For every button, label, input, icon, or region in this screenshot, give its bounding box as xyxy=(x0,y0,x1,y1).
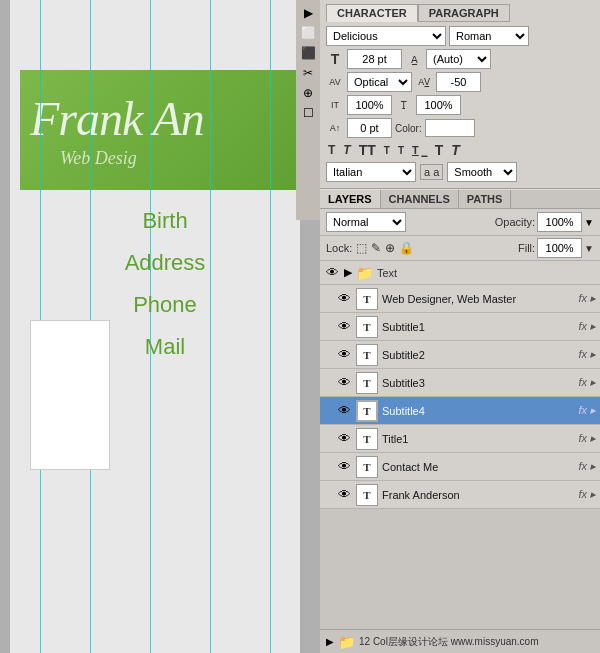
tt-btn-5[interactable]: T xyxy=(396,144,406,157)
font-select[interactable]: Delicious xyxy=(326,26,446,46)
layer-name-2: Subtitle2 xyxy=(382,349,574,361)
group-folder-icon: 📁 xyxy=(356,265,373,281)
layer-item-7[interactable]: 👁 T Frank Anderson fx ▸ xyxy=(320,481,600,509)
eye-icon-0[interactable]: 👁 xyxy=(336,291,352,307)
panel-toolbar: ▶ ⬜ ⬛ ✂ ⊕ ☐ xyxy=(296,0,320,220)
eye-icon-3[interactable]: 👁 xyxy=(336,375,352,391)
lock-icon-1[interactable]: ⬚ xyxy=(356,241,367,255)
tab-paths[interactable]: PATHS xyxy=(459,190,512,208)
scale-v-icon: Ṯ xyxy=(395,100,413,110)
color-swatch[interactable] xyxy=(425,119,475,137)
blend-mode-select[interactable]: Normal xyxy=(326,212,406,232)
group-eye-icon[interactable]: 👁 xyxy=(324,265,340,281)
layer-name-6: Contact Me xyxy=(382,461,574,473)
scale-h-input[interactable] xyxy=(347,95,392,115)
leading-select[interactable]: (Auto) xyxy=(426,49,491,69)
tt-btn-7[interactable]: ̲ xyxy=(425,143,429,158)
layers-list: 👁 ▶ 📁 Text 👁 T Web Designer, Web Master … xyxy=(320,261,600,629)
layer-item-3[interactable]: 👁 T Subtitle3 fx ▸ xyxy=(320,369,600,397)
layer-name-5: Title1 xyxy=(382,433,574,445)
layer-name-4: Subtitle4 xyxy=(382,405,574,417)
char-font-row: Delicious Roman xyxy=(326,26,594,46)
tool-icon-2[interactable]: ⬜ xyxy=(299,24,317,42)
layers-tabs: LAYERS CHANNELS PATHS xyxy=(320,189,600,209)
canvas-area: Frank An Web Desig Birth Address Phone M… xyxy=(0,0,320,653)
layer-item-6[interactable]: 👁 T Contact Me fx ▸ xyxy=(320,453,600,481)
tracking-input[interactable] xyxy=(436,72,481,92)
tool-icon-6[interactable]: ☐ xyxy=(299,104,317,122)
group-arrow[interactable]: ▶ xyxy=(344,266,352,279)
eye-icon-1[interactable]: 👁 xyxy=(336,319,352,335)
kerning-select[interactable]: Optical xyxy=(347,72,412,92)
font-size-input[interactable] xyxy=(347,49,402,69)
language-select[interactable]: Italian xyxy=(326,162,416,182)
lock-icon-2[interactable]: ✎ xyxy=(371,241,381,255)
baseline-icon: A↑ xyxy=(326,123,344,133)
aa-btn[interactable]: a a xyxy=(420,164,443,180)
layer-group-text[interactable]: 👁 ▶ 📁 Text xyxy=(320,261,600,285)
bottom-arrow[interactable]: ▶ xyxy=(326,636,334,647)
tab-channels[interactable]: CHANNELS xyxy=(381,190,459,208)
kerning-icon: AV xyxy=(326,77,344,87)
lock-label: Lock: xyxy=(326,242,352,254)
layer-name-7: Frank Anderson xyxy=(382,489,574,501)
fx-label-3: fx ▸ xyxy=(578,376,596,389)
layer-name-1: Subtitle1 xyxy=(382,321,574,333)
layers-controls: Normal Opacity: ▼ xyxy=(320,209,600,236)
fill-arrow[interactable]: ▼ xyxy=(584,243,594,254)
fx-label-6: fx ▸ xyxy=(578,460,596,473)
tab-character[interactable]: CHARACTER xyxy=(326,4,418,22)
tool-icon-1[interactable]: ▶ xyxy=(299,4,317,22)
fill-input[interactable] xyxy=(537,238,582,258)
eye-icon-2[interactable]: 👁 xyxy=(336,347,352,363)
tt-btn-6[interactable]: T xyxy=(410,143,421,157)
canvas-white-box xyxy=(30,320,110,470)
opacity-label: Opacity: xyxy=(495,216,535,228)
layer-thumb-7: T xyxy=(356,484,378,506)
baseline-input[interactable] xyxy=(347,118,392,138)
group-name: Text xyxy=(377,267,397,279)
layer-item-2[interactable]: 👁 T Subtitle2 fx ▸ xyxy=(320,341,600,369)
smooth-select[interactable]: Smooth xyxy=(447,162,517,182)
layer-thumb-3: T xyxy=(356,372,378,394)
tt-btn-1[interactable]: T xyxy=(326,142,337,158)
tab-layers[interactable]: LAYERS xyxy=(320,190,381,208)
fx-label-2: fx ▸ xyxy=(578,348,596,361)
fx-label-0: fx ▸ xyxy=(578,292,596,305)
char-tabs: CHARACTER PARAGRAPH xyxy=(326,4,594,22)
lock-icon-4[interactable]: 🔒 xyxy=(399,241,414,255)
layer-thumb-5: T xyxy=(356,428,378,450)
eye-icon-5[interactable]: 👁 xyxy=(336,431,352,447)
character-panel: CHARACTER PARAGRAPH Delicious Roman T A̲… xyxy=(320,0,600,189)
scale-h-icon: IT xyxy=(326,100,344,110)
layer-item-1[interactable]: 👁 T Subtitle1 fx ▸ xyxy=(320,313,600,341)
tt-btn-8[interactable]: T xyxy=(433,141,446,159)
lock-icon-3[interactable]: ⊕ xyxy=(385,241,395,255)
layer-name-0: Web Designer, Web Master xyxy=(382,293,574,305)
eye-icon-4[interactable]: 👁 xyxy=(336,403,352,419)
canvas-green-bar: Frank An Web Desig xyxy=(20,70,310,190)
tt-btn-2[interactable]: T xyxy=(341,142,352,158)
tool-icon-5[interactable]: ⊕ xyxy=(299,84,317,102)
eye-icon-7[interactable]: 👁 xyxy=(336,487,352,503)
bottom-folder-icon: 📁 xyxy=(338,634,355,650)
font-size-icon: T xyxy=(326,51,344,67)
layer-item-5[interactable]: 👁 T Title1 fx ▸ xyxy=(320,425,600,453)
canvas-subtitle: Web Desig xyxy=(60,148,310,169)
tab-paragraph[interactable]: PARAGRAPH xyxy=(418,4,510,22)
tt-btn-9[interactable]: T xyxy=(449,141,462,159)
layer-item-0[interactable]: 👁 T Web Designer, Web Master fx ▸ xyxy=(320,285,600,313)
char-scale-row: IT Ṯ xyxy=(326,95,594,115)
tool-icon-4[interactable]: ✂ xyxy=(299,64,317,82)
tt-row: T T TT T T T ̲ T T xyxy=(326,141,594,159)
scale-v-input[interactable] xyxy=(416,95,461,115)
fill-label: Fill: xyxy=(518,242,535,254)
opacity-input[interactable] xyxy=(537,212,582,232)
tt-btn-4[interactable]: T xyxy=(382,144,392,157)
opacity-arrow[interactable]: ▼ xyxy=(584,217,594,228)
tt-btn-3[interactable]: TT xyxy=(357,141,378,159)
style-select[interactable]: Roman xyxy=(449,26,529,46)
layer-item-4[interactable]: 👁 T Subtitle4 fx ▸ xyxy=(320,397,600,425)
eye-icon-6[interactable]: 👁 xyxy=(336,459,352,475)
tool-icon-3[interactable]: ⬛ xyxy=(299,44,317,62)
